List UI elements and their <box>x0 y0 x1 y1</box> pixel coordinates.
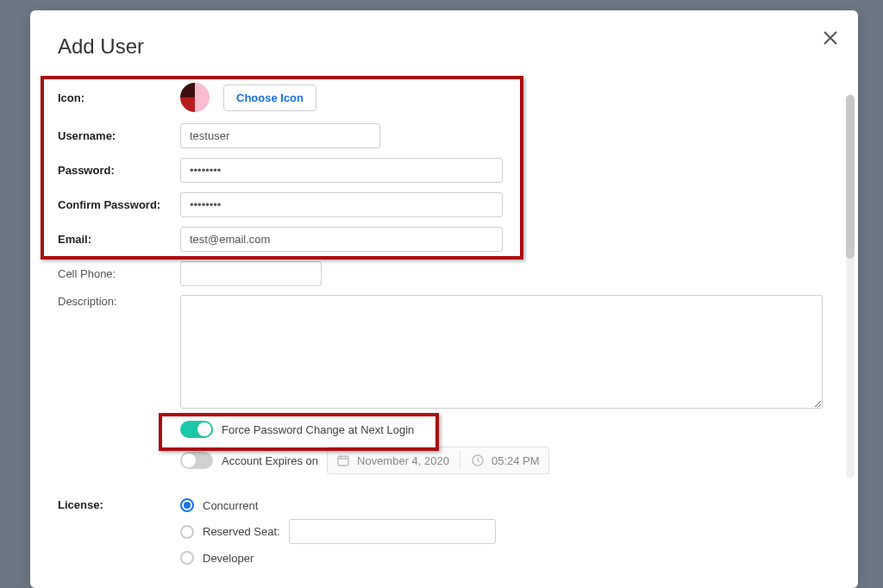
license-radio-developer[interactable] <box>180 551 194 565</box>
modal-title: Add User <box>58 34 830 59</box>
force-password-label: Force Password Change at Next Login <box>222 423 414 436</box>
close-icon <box>820 28 841 48</box>
account-expires-toggle[interactable] <box>180 452 213 469</box>
expires-time: 05:24 PM <box>492 454 540 467</box>
description-textarea[interactable] <box>180 295 823 409</box>
license-radio-concurrent[interactable] <box>180 498 194 512</box>
license-label-reserved: Reserved Seat: <box>203 525 280 538</box>
username-label: Username: <box>58 129 180 142</box>
password-input[interactable] <box>180 158 503 183</box>
expires-date: November 4, 2020 <box>357 454 449 467</box>
license-label: License: <box>58 498 180 511</box>
license-label-developer: Developer <box>203 552 254 565</box>
icon-label: Icon: <box>58 91 180 104</box>
username-input[interactable] <box>180 123 380 148</box>
close-button[interactable] <box>820 28 841 48</box>
confirm-password-input[interactable] <box>180 192 503 217</box>
license-radio-reserved[interactable] <box>180 525 194 539</box>
force-password-toggle[interactable] <box>180 421 213 438</box>
cell-phone-input[interactable] <box>180 261 322 286</box>
license-radio-group: Concurrent Reserved Seat: Developer <box>180 498 496 565</box>
scrollbar-thumb[interactable] <box>846 95 855 259</box>
svg-rect-0 <box>338 456 348 466</box>
modal-scrollbar[interactable] <box>846 95 855 479</box>
confirm-password-label: Confirm Password: <box>58 198 180 211</box>
email-input[interactable] <box>180 227 503 252</box>
user-icon-preview <box>180 83 210 112</box>
reserved-seat-input[interactable] <box>289 519 496 544</box>
license-label-concurrent: Concurrent <box>203 499 258 512</box>
choose-icon-button[interactable]: Choose Icon <box>223 84 316 111</box>
calendar-icon <box>336 454 350 467</box>
account-expires-label: Account Expires on <box>222 454 318 467</box>
add-user-modal: Add User Icon: Choose Icon Username: Pas… <box>30 10 858 588</box>
password-label: Password: <box>58 164 180 177</box>
description-label: Description: <box>58 295 180 308</box>
email-label: Email: <box>58 233 180 246</box>
clock-icon <box>471 454 485 467</box>
cell-phone-label: Cell Phone: <box>58 267 180 280</box>
expires-datetime[interactable]: November 4, 2020 05:24 PM <box>327 447 549 474</box>
